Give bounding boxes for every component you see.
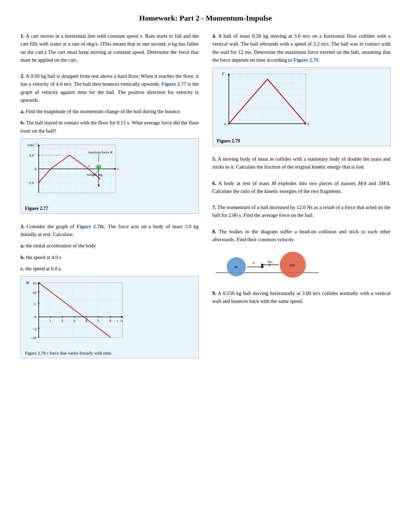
- problem-5: 5. A moving body of mass m collides with…: [212, 155, 390, 175]
- figure-2-77: v/ms −1 t 4.0 0 −2.0: [25, 141, 131, 203]
- figure-2-78-container: F /N 15 10 5 0: [21, 276, 199, 358]
- fig-2-78-caption: Figure 2.78 c force that varies linearly…: [25, 350, 194, 356]
- svg-text:−10: −10: [30, 336, 37, 340]
- p9-num: 9.: [212, 290, 216, 296]
- svg-text:4.0: 4.0: [29, 153, 34, 157]
- svg-text:/s: /s: [120, 319, 123, 323]
- p5-num: 5.: [212, 156, 216, 162]
- svg-text:m: m: [234, 264, 237, 269]
- figure-2-79: F t 0: [217, 71, 316, 136]
- svg-text:v: v: [253, 260, 255, 265]
- fig-2-79-title: Figure 2.79: [217, 138, 386, 144]
- svg-text:1: 1: [49, 319, 51, 323]
- p2-fig-ref: Figure 2.77: [161, 81, 186, 87]
- svg-rect-22: [39, 283, 123, 337]
- problem-9: 9. A 0.150 kg ball moving horizontally a…: [212, 289, 390, 309]
- p4-num: 4.: [212, 33, 216, 39]
- svg-text:2: 2: [61, 319, 63, 323]
- p2-a-label: a.: [21, 109, 24, 114]
- p8-num: 8.: [212, 229, 216, 234]
- svg-text:reaction force R: reaction force R: [88, 150, 113, 154]
- p2-b-label: b.: [21, 120, 25, 125]
- svg-text:3: 3: [73, 319, 75, 323]
- p3-fig-ref: Figure 2.78c: [76, 224, 104, 229]
- svg-text:v/ms: v/ms: [27, 143, 34, 147]
- problem-3: 3. Consider the graph of Figure 2.78c. T…: [21, 223, 199, 362]
- figure-2-79-container: F t 0 Figure 2.79: [212, 67, 390, 146]
- p6-num: 6.: [212, 181, 216, 186]
- svg-text:t: t: [117, 166, 119, 171]
- figure-2-78: F /N 15 10 5 0: [25, 279, 131, 348]
- svg-text:5: 5: [34, 302, 36, 306]
- svg-text:−2.0: −2.0: [27, 181, 34, 185]
- svg-text:F: F: [222, 72, 225, 76]
- svg-rect-55: [229, 74, 306, 124]
- collision-diagram: m v 2m: [216, 247, 390, 281]
- svg-text:5: 5: [97, 319, 99, 323]
- p1-num: 1.: [21, 33, 24, 39]
- p2-num: 2.: [21, 73, 24, 79]
- problem-7: 7. The momentum of a ball increased by 1…: [212, 203, 390, 223]
- svg-text:15: 15: [33, 281, 37, 285]
- svg-text:−1: −1: [34, 142, 38, 146]
- svg-text:6: 6: [109, 319, 111, 323]
- svg-text:t: t: [308, 121, 309, 126]
- svg-text:0: 0: [35, 167, 37, 171]
- fig-2-77-title: Figure 2.77: [25, 206, 194, 211]
- p3-num: 3.: [21, 224, 24, 229]
- svg-text:v: v: [269, 259, 270, 263]
- problem-4: 4. A ball of mass 0.20 kg moving at 3.6 …: [212, 32, 390, 150]
- page-title: Homework: Part 2 - Momentum-Impulse: [21, 14, 390, 23]
- svg-text:0: 0: [224, 122, 226, 126]
- svg-text:2: 2: [269, 263, 271, 267]
- svg-text:−5: −5: [33, 327, 37, 331]
- svg-text:0: 0: [34, 315, 36, 319]
- problem-1: 1. A cart moves in a horizontal line wit…: [21, 32, 199, 67]
- problem-2: 2. A 0.50 kg ball is dropped from rest a…: [21, 72, 199, 218]
- svg-text:10: 10: [33, 290, 37, 295]
- figure-2-77-container: v/ms −1 t 4.0 0 −2.0: [21, 138, 199, 214]
- problem-8: 8. The bodies in the diagram suffer a he…: [212, 228, 390, 285]
- svg-text:/N: /N: [25, 281, 29, 284]
- p1-text: A cart moves in a horizontal line with c…: [21, 33, 199, 63]
- svg-text:2m: 2m: [289, 262, 295, 268]
- problem-6: 6. A body at rest of mass M explodes int…: [212, 180, 390, 199]
- p7-num: 7.: [212, 205, 216, 210]
- p4-fig-ref: Figure 2.79: [294, 57, 318, 63]
- collision-svg: m v 2m: [216, 247, 319, 281]
